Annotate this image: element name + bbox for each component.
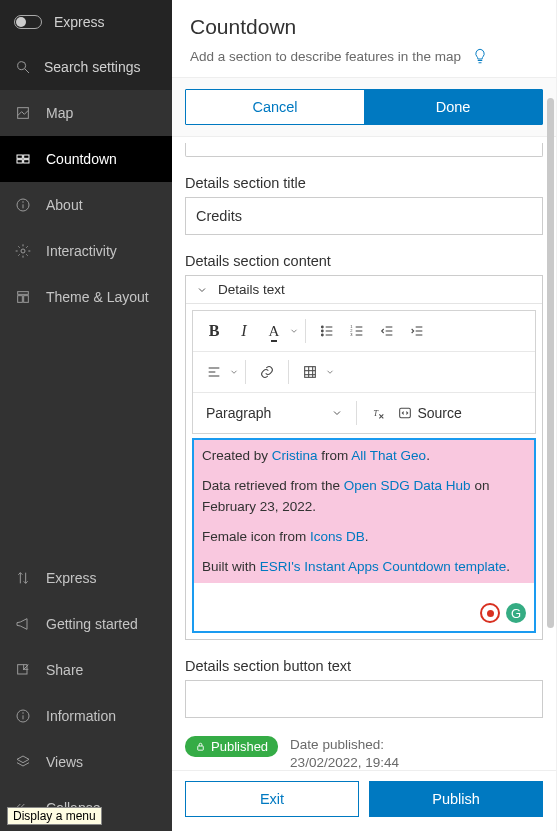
form-area: Details section title Details section co…: [172, 137, 556, 770]
scrollbar-thumb[interactable]: [547, 98, 554, 628]
text: Data retrieved from the: [202, 478, 344, 493]
svg-point-0: [18, 62, 26, 70]
bullet-list-button[interactable]: [312, 316, 342, 346]
sidebar-item-express2[interactable]: Express: [0, 555, 172, 601]
sidebar-item-label: Map: [46, 105, 73, 121]
toggle-icon[interactable]: [14, 15, 42, 29]
link-button[interactable]: [252, 357, 282, 387]
link-esri-template[interactable]: ESRI's Instant Apps Countdown template: [260, 559, 506, 574]
rich-text-content[interactable]: Created by Cristina from All That Geo. D…: [194, 440, 534, 583]
align-caret[interactable]: [229, 357, 239, 387]
table-button[interactable]: [295, 357, 325, 387]
sidebar-item-label: Interactivity: [46, 243, 117, 259]
details-title-label: Details section title: [185, 175, 543, 191]
megaphone-icon: [14, 615, 32, 633]
grammarly-icon[interactable]: G: [506, 603, 526, 623]
express-toggle-row[interactable]: Express: [0, 0, 172, 44]
separator: [288, 360, 289, 384]
sidebar: Express Search settings Map Countdown Ab…: [0, 0, 172, 831]
sidebar-bottom: Express Getting started Share Informatio…: [0, 555, 172, 831]
grammarly-icons: G: [480, 603, 526, 623]
share-icon: [14, 661, 32, 679]
cancel-button[interactable]: Cancel: [186, 90, 364, 124]
link-iconsdb[interactable]: Icons DB: [310, 529, 365, 544]
svg-text:3: 3: [350, 332, 353, 337]
tabs: Cancel Done: [185, 89, 543, 125]
exit-button[interactable]: Exit: [185, 781, 359, 817]
font-color-caret[interactable]: [289, 316, 299, 346]
search-label: Search settings: [44, 59, 141, 75]
sidebar-item-label: Information: [46, 708, 116, 724]
info-icon: [14, 707, 32, 725]
express-label: Express: [54, 14, 105, 30]
source-button[interactable]: Source: [393, 398, 465, 428]
text: from: [318, 448, 352, 463]
link-opensdg[interactable]: Open SDG Data Hub: [344, 478, 471, 493]
editor-disclosure[interactable]: Details text: [186, 276, 542, 304]
sidebar-item-about[interactable]: About: [0, 182, 172, 228]
sidebar-item-information[interactable]: Information: [0, 693, 172, 739]
svg-rect-39: [305, 367, 316, 378]
lightbulb-icon[interactable]: [471, 47, 489, 67]
chevron-down-icon: [196, 284, 208, 296]
svg-point-9: [23, 202, 24, 203]
table-caret[interactable]: [325, 357, 335, 387]
sidebar-item-countdown[interactable]: Countdown: [0, 136, 172, 182]
font-color-button[interactable]: A: [259, 316, 289, 346]
subtitle-row: Add a section to describe features in th…: [190, 47, 538, 67]
italic-button[interactable]: I: [229, 316, 259, 346]
map-icon: [14, 104, 32, 122]
svg-rect-6: [24, 160, 29, 163]
svg-rect-4: [24, 155, 29, 158]
text: Built with: [202, 559, 260, 574]
text: .: [426, 448, 430, 463]
svg-rect-5: [17, 160, 22, 163]
bold-button[interactable]: B: [199, 316, 229, 346]
text: Created by: [202, 448, 272, 463]
scrollbar[interactable]: [546, 98, 556, 785]
sidebar-item-views[interactable]: Views: [0, 739, 172, 785]
theme-icon: [14, 288, 32, 306]
details-title-input[interactable]: [185, 197, 543, 235]
sidebar-item-label: About: [46, 197, 83, 213]
sidebar-item-label: Getting started: [46, 616, 138, 632]
gear-icon: [14, 242, 32, 260]
paragraph-select[interactable]: Paragraph: [199, 400, 350, 426]
svg-rect-3: [17, 155, 22, 158]
sidebar-head: Express Search settings: [0, 0, 172, 90]
search-settings-row[interactable]: Search settings: [0, 44, 172, 90]
outdent-button[interactable]: [372, 316, 402, 346]
svg-rect-48: [198, 746, 204, 750]
clear-formatting-button[interactable]: T: [363, 398, 393, 428]
text: .: [506, 559, 510, 574]
details-button-input[interactable]: [185, 680, 543, 718]
sidebar-item-getting-started[interactable]: Getting started: [0, 601, 172, 647]
context-tooltip: Display a menu: [7, 807, 102, 825]
sidebar-item-interactivity[interactable]: Interactivity: [0, 228, 172, 274]
numbered-list-button[interactable]: 123: [342, 316, 372, 346]
badge-label: Published: [211, 739, 268, 754]
sidebar-item-share[interactable]: Share: [0, 647, 172, 693]
sidebar-item-theme[interactable]: Theme & Layout: [0, 274, 172, 320]
header: Countdown Add a section to describe feat…: [172, 0, 556, 78]
publish-button[interactable]: Publish: [369, 781, 543, 817]
svg-point-20: [321, 334, 323, 336]
align-button[interactable]: [199, 357, 229, 387]
sidebar-item-label: Views: [46, 754, 83, 770]
done-button[interactable]: Done: [364, 90, 542, 124]
link-allthatgeo[interactable]: All That Geo: [351, 448, 426, 463]
link-cristina[interactable]: Cristina: [272, 448, 318, 463]
previous-field-bottom[interactable]: [185, 143, 543, 157]
date-published-label: Date published:: [290, 736, 399, 754]
sidebar-item-map[interactable]: Map: [0, 90, 172, 136]
svg-rect-13: [24, 296, 29, 303]
countdown-icon: [14, 150, 32, 168]
indent-button[interactable]: [402, 316, 432, 346]
text: Female icon from: [202, 529, 310, 544]
main-panel: Countdown Add a section to describe feat…: [172, 0, 557, 831]
sidebar-nav: Map Countdown About Interactivity Theme …: [0, 90, 172, 320]
rich-text-area[interactable]: Created by Cristina from All That Geo. D…: [192, 438, 536, 633]
target-icon[interactable]: [480, 603, 500, 623]
separator: [245, 360, 246, 384]
svg-point-17: [23, 713, 24, 714]
